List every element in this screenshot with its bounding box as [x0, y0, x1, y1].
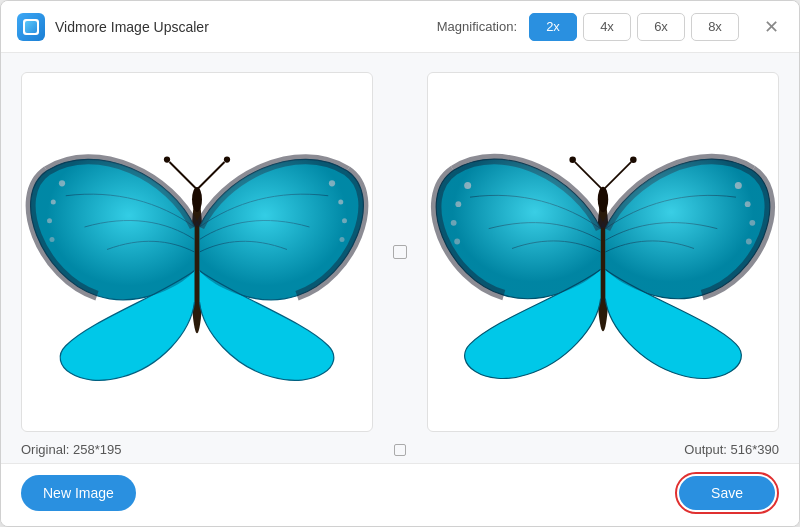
info-bar: Original: 258*195 Output: 516*390 [21, 434, 779, 463]
compare-divider [393, 245, 407, 259]
svg-point-17 [569, 156, 576, 163]
svg-line-4 [197, 162, 225, 190]
svg-line-18 [603, 162, 631, 190]
original-image-panel [21, 72, 373, 432]
bottom-bar: New Image Save [1, 463, 799, 526]
main-content: Original: 258*195 Output: 516*390 [1, 53, 799, 463]
output-butterfly-image [428, 92, 778, 412]
compare-toggle [388, 444, 412, 456]
mag-6x-button[interactable]: 6x [637, 13, 685, 41]
save-button-wrapper: Save [675, 472, 779, 514]
svg-line-16 [575, 162, 603, 190]
mag-4x-button[interactable]: 4x [583, 13, 631, 41]
output-info: Output: 516*390 [412, 442, 779, 457]
images-row [21, 69, 779, 434]
original-info: Original: 258*195 [21, 442, 388, 457]
svg-line-2 [170, 162, 198, 190]
close-button[interactable]: ✕ [759, 15, 783, 39]
svg-point-5 [224, 156, 230, 162]
output-image-panel [427, 72, 779, 432]
svg-point-19 [630, 156, 637, 163]
svg-point-3 [164, 156, 170, 162]
svg-point-1 [192, 187, 202, 212]
app-window: Vidmore Image Upscaler Magnification: 2x… [0, 0, 800, 527]
app-title: Vidmore Image Upscaler [55, 19, 209, 35]
magnification-label: Magnification: [437, 19, 517, 34]
compare-toggle-box[interactable] [394, 444, 406, 456]
svg-point-15 [598, 186, 609, 212]
app-logo [17, 13, 45, 41]
magnification-buttons: 2x 4x 6x 8x [529, 13, 739, 41]
title-bar: Vidmore Image Upscaler Magnification: 2x… [1, 1, 799, 53]
new-image-button[interactable]: New Image [21, 475, 136, 511]
original-butterfly-image [22, 92, 372, 412]
mag-8x-button[interactable]: 8x [691, 13, 739, 41]
save-button[interactable]: Save [679, 476, 775, 510]
mag-2x-button[interactable]: 2x [529, 13, 577, 41]
